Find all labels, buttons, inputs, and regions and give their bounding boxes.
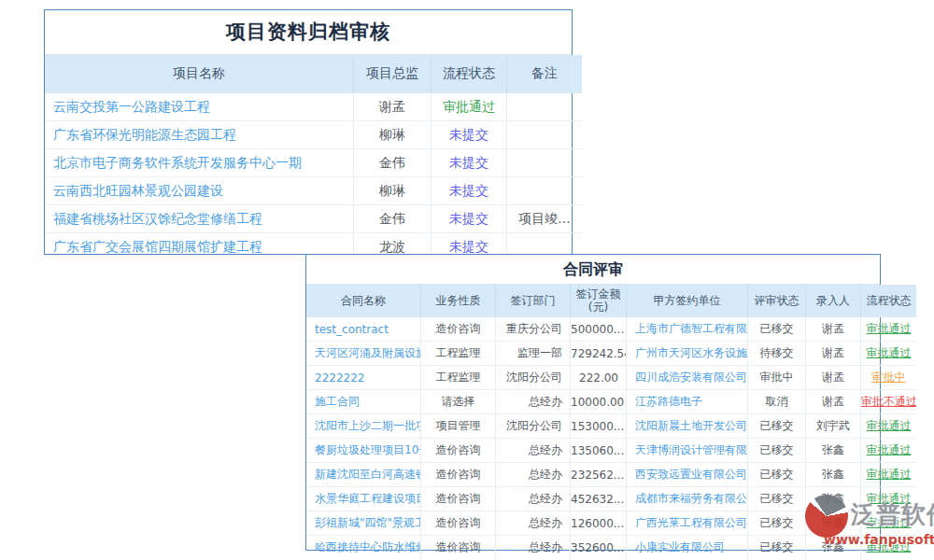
name-cell[interactable]: 水景华庭工程建设项目 <box>315 492 421 505</box>
director-cell: 柳琳 <box>379 183 405 198</box>
table-row: 2222222工程监理沈阳分公司222.00四川成浩安装有限公司审批中谢孟审批中 <box>306 366 916 390</box>
contract-panel-title: 合同评审 <box>306 255 880 285</box>
dept-cell: 总经办 <box>529 540 562 553</box>
name-cell[interactable]: 云南西北旺园林景观公园建设 <box>53 183 223 198</box>
table-row: 广东省环保光明能源生态园工程柳琳未提交 <box>45 121 582 149</box>
amount-cell: 135060... <box>571 444 624 457</box>
party_a-cell[interactable]: 四川成浩安装有限公司 <box>635 371 747 384</box>
table-row: 云南西北旺园林景观公园建设柳琳未提交 <box>45 177 582 205</box>
name-cell[interactable]: 彭祖新城"四馆"景观工程 <box>315 516 421 529</box>
name-cell[interactable]: 沈阳市上沙二期一批项... <box>315 419 421 432</box>
status-status: 未提交 <box>449 211 488 226</box>
name-cell[interactable]: 新建沈阳至白河高速铁... <box>315 468 421 481</box>
entry-cell: 张鑫 <box>822 443 844 456</box>
review-cell: 审批中 <box>760 371 794 384</box>
amount-cell: 452632... <box>571 493 624 506</box>
header-row: 合同名称业务性质签订部门签订金额(元)甲方签约单位评审状态录入人流程状态 <box>306 285 916 317</box>
name-cell[interactable]: test_contract <box>315 323 389 336</box>
director-cell: 金伟 <box>379 211 405 226</box>
party_a-cell[interactable]: 广西光莱工程有限公司 <box>635 516 747 529</box>
business-cell: 造价咨询 <box>436 468 481 481</box>
party_a-cell[interactable]: 小康实业有限公司 <box>635 540 725 553</box>
business-cell: 工程监理 <box>436 371 481 384</box>
business-cell: 造价咨询 <box>436 540 481 553</box>
review-cell: 待移交 <box>760 346 794 359</box>
table-row: 施工合同请选择总经办10000.00江苏路德电子取消谢孟审批不通过 <box>306 390 916 414</box>
name-cell[interactable]: 餐厨垃圾处理项目10千... <box>315 443 421 456</box>
archive-panel-title: 项目资料归档审核 <box>45 10 572 55</box>
remark-cell: 项目竣... <box>518 211 570 226</box>
entry-cell: 谢孟 <box>822 395 844 408</box>
column-header-business: 业务性质 <box>421 285 496 317</box>
amount-cell: 729242.54 <box>571 347 627 360</box>
flow-status[interactable]: 审批通过 <box>867 468 912 481</box>
amount-cell: 232562... <box>571 469 624 482</box>
column-header-dept: 签订部门 <box>496 285 571 317</box>
flow-status[interactable]: 审批通过 <box>867 346 912 359</box>
flow-status[interactable]: 审批通过 <box>867 322 912 335</box>
name-cell[interactable]: 广东省广交会展馆四期展馆扩建工程 <box>53 239 262 254</box>
table-row: test_contract造价咨询重庆分公司500000...上海市广德智工程有… <box>306 317 916 342</box>
flow-status[interactable]: 审批通过 <box>867 419 912 432</box>
dept-cell: 沈阳分公司 <box>506 419 562 432</box>
amount-cell: 126000... <box>571 517 624 530</box>
business-cell: 项目管理 <box>436 419 481 432</box>
entry-cell: 张鑫 <box>822 540 844 553</box>
director-cell: 柳琳 <box>379 127 405 142</box>
name-cell[interactable]: 福建省桃场社区汉馀纪念堂修缮工程 <box>53 211 262 226</box>
flow-status[interactable]: 审批通过 <box>867 443 912 456</box>
status-status: 未提交 <box>449 127 488 142</box>
header-row: 项目名称项目总监流程状态备注 <box>45 55 582 93</box>
entry-cell: 谢孟 <box>822 322 844 335</box>
business-cell: 造价咨询 <box>436 322 481 335</box>
flow-status[interactable]: 审批中 <box>872 371 906 384</box>
column-header-flow: 流程状态 <box>861 285 917 317</box>
table-row: 云南交投第一公路建设工程谢孟审批通过 <box>45 93 582 121</box>
review-cell: 已移交 <box>760 492 794 505</box>
name-cell[interactable]: 2222222 <box>315 371 364 385</box>
review-cell: 已移交 <box>760 468 794 481</box>
name-cell[interactable]: 施工合同 <box>315 395 360 408</box>
business-cell: 工程监理 <box>436 346 481 359</box>
party_a-cell[interactable]: 广州市天河区水务设施管... <box>635 346 748 359</box>
name-cell[interactable]: 云南交投第一公路建设工程 <box>53 99 210 114</box>
name-cell[interactable]: 哈西接待中心防水维修... <box>315 540 421 553</box>
dept-cell: 监理一部 <box>517 346 562 359</box>
party_a-cell[interactable]: 沈阳新晨土地开发公司 <box>635 419 747 432</box>
party_a-cell[interactable]: 天津博润设计管理有限公司 <box>635 443 748 456</box>
dept-cell: 重庆分公司 <box>506 322 562 335</box>
table-row: 天河区河涌及附属设施...工程监理监理一部729242.54广州市天河区水务设施… <box>306 342 916 366</box>
entry-cell: 张鑫 <box>822 516 844 529</box>
name-cell[interactable]: 广东省环保光明能源生态园工程 <box>53 127 236 142</box>
business-cell: 造价咨询 <box>436 443 481 456</box>
review-cell: 已移交 <box>760 443 794 456</box>
name-cell[interactable]: 北京市电子商务软件系统开发服务中心一期 <box>53 155 302 170</box>
entry-cell: 谢孟 <box>822 371 844 384</box>
column-header-amount: 签订金额(元) <box>571 285 627 317</box>
amount-cell: 10000.00 <box>571 396 624 409</box>
party_a-cell[interactable]: 西安致远置业有限公司 <box>635 468 747 481</box>
archive-review-table: 项目名称项目总监流程状态备注 云南交投第一公路建设工程谢孟审批通过广东省环保光明… <box>45 55 582 260</box>
flow-status[interactable]: 审批通过 <box>867 492 912 505</box>
director-cell: 龙波 <box>379 239 405 254</box>
table-row: 哈西接待中心防水维修...造价咨询总经办352600...小康实业有限公司已移交… <box>306 536 916 560</box>
flow-status[interactable]: 审批不通过 <box>861 395 916 408</box>
amount-cell: 222.00 <box>579 371 618 385</box>
flow-status[interactable]: 审批通过 <box>867 516 912 529</box>
name-cell[interactable]: 天河区河涌及附属设施... <box>315 346 421 359</box>
amount-cell: 352600... <box>571 541 624 554</box>
review-cell: 已移交 <box>760 540 794 553</box>
contract-review-panel: 合同评审 合同名称业务性质签订部门签订金额(元)甲方签约单位评审状态录入人流程状… <box>305 254 881 551</box>
column-header-remark: 备注 <box>507 55 583 93</box>
party_a-cell[interactable]: 上海市广德智工程有限公司 <box>635 322 748 335</box>
status-status: 未提交 <box>449 183 488 198</box>
party_a-cell[interactable]: 江苏路德电子 <box>635 395 702 408</box>
party_a-cell[interactable]: 成都市来福劳务有限公司 <box>635 492 748 505</box>
flow-status[interactable]: 审批通过 <box>867 540 912 553</box>
amount-cell: 153000... <box>571 420 624 433</box>
dept-cell: 总经办 <box>529 395 562 408</box>
archive-review-panel: 项目资料归档审核 项目名称项目总监流程状态备注 云南交投第一公路建设工程谢孟审批… <box>44 9 573 255</box>
table-row: 餐厨垃圾处理项目10千...造价咨询总经办135060...天津博润设计管理有限… <box>306 439 916 463</box>
column-header-name: 合同名称 <box>306 285 421 317</box>
director-cell: 金伟 <box>379 155 405 170</box>
